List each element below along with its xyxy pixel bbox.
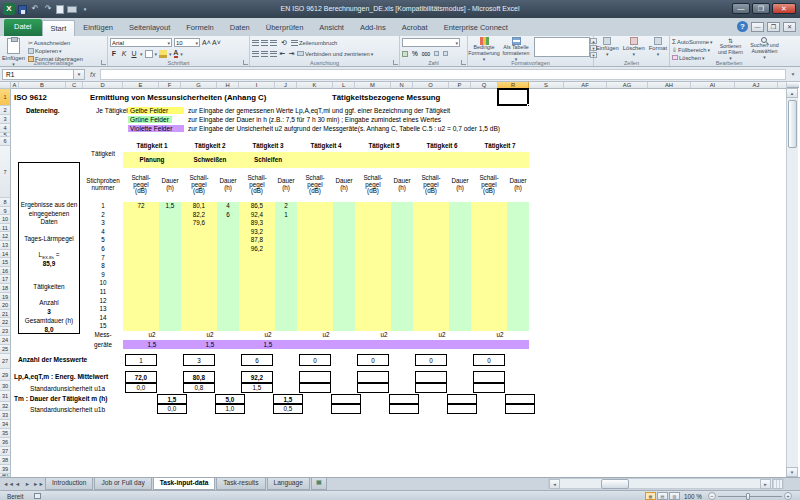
row-header-22[interactable]: 22: [0, 318, 11, 327]
sort-filter-button[interactable]: ⇅ Sortieren und Filtern▾: [715, 37, 745, 61]
level-cell[interactable]: [181, 297, 217, 306]
minimize-button[interactable]: —: [732, 3, 750, 14]
level-cell[interactable]: [123, 236, 159, 245]
column-header-C[interactable]: C: [66, 82, 83, 89]
help-icon[interactable]: ?: [737, 21, 748, 32]
row-header-14[interactable]: 14: [0, 250, 11, 259]
duration-cell[interactable]: [275, 305, 297, 314]
level-cell[interactable]: [355, 228, 391, 237]
u1b-cell-7[interactable]: [505, 404, 535, 414]
restore-button[interactable]: ❐: [752, 3, 770, 14]
duration-cell[interactable]: [391, 211, 413, 220]
duration-cell[interactable]: [159, 297, 181, 306]
level-cell[interactable]: [123, 271, 159, 280]
level-cell[interactable]: 87,8: [239, 236, 275, 245]
level-cell[interactable]: [297, 219, 333, 228]
level-cell[interactable]: [413, 322, 449, 331]
sheet-tab-task-results[interactable]: Task-results: [216, 478, 265, 490]
duration-cell[interactable]: [507, 297, 529, 306]
duration-cell[interactable]: [449, 254, 471, 263]
close-button[interactable]: ✕: [772, 3, 796, 14]
u2-value-1[interactable]: 1,5: [123, 340, 181, 349]
tab-split-handle[interactable]: [772, 479, 783, 489]
duration-cell[interactable]: [333, 297, 355, 306]
page-break-view-icon[interactable]: ▥: [669, 492, 680, 500]
level-cell[interactable]: [297, 202, 333, 211]
format-as-table-button[interactable]: Als Tabelle formatieren▾: [501, 37, 531, 62]
level-cell[interactable]: [471, 236, 507, 245]
level-cell[interactable]: [297, 211, 333, 220]
level-cell[interactable]: [181, 314, 217, 323]
duration-cell[interactable]: 2: [275, 202, 297, 211]
align-center-icon[interactable]: [261, 51, 268, 57]
level-cell[interactable]: [239, 279, 275, 288]
level-cell[interactable]: [297, 322, 333, 331]
ribbon-tab-ansicht[interactable]: Ansicht: [311, 20, 352, 36]
column-header-G[interactable]: G: [181, 82, 217, 89]
row-header-38[interactable]: 38: [0, 456, 11, 465]
level-cell[interactable]: [413, 228, 449, 237]
level-cell[interactable]: [471, 297, 507, 306]
ribbon-tab-formeln[interactable]: Formeln: [178, 20, 222, 36]
column-header-E[interactable]: E: [123, 82, 159, 89]
level-cell[interactable]: [471, 202, 507, 211]
level-cell[interactable]: [413, 219, 449, 228]
active-cell-selection[interactable]: [497, 88, 529, 106]
level-cell[interactable]: [355, 297, 391, 306]
count-cell-4[interactable]: 0: [299, 354, 331, 366]
duration-cell[interactable]: [275, 262, 297, 271]
duration-cell[interactable]: [507, 219, 529, 228]
font-name-combo[interactable]: Arial▾: [110, 38, 172, 47]
duration-cell[interactable]: [391, 288, 413, 297]
u2-value-2[interactable]: 1,5: [181, 340, 239, 349]
underline-button[interactable]: U: [130, 50, 138, 57]
cell-iso-title[interactable]: ISO 9612: [14, 93, 47, 102]
u1a-cell-6[interactable]: [415, 383, 447, 393]
row-header-17[interactable]: 17: [0, 275, 11, 284]
duration-cell[interactable]: [449, 314, 471, 323]
level-cell[interactable]: [471, 305, 507, 314]
level-cell[interactable]: [355, 202, 391, 211]
level-cell[interactable]: 80,1: [181, 202, 217, 211]
level-cell[interactable]: [239, 297, 275, 306]
duration-cell[interactable]: [333, 262, 355, 271]
duration-cell[interactable]: [275, 254, 297, 263]
column-header-J[interactable]: J: [275, 82, 297, 89]
level-cell[interactable]: 96,2: [239, 245, 275, 254]
autosum-button[interactable]: Σ AutoSumme ▾: [672, 38, 712, 45]
row-header-25[interactable]: 25: [0, 345, 11, 354]
font-size-combo[interactable]: 10▾: [174, 38, 200, 47]
level-cell[interactable]: [181, 305, 217, 314]
count-cell-7[interactable]: 0: [473, 354, 505, 366]
task-name-7[interactable]: [471, 152, 529, 168]
u2-value-4[interactable]: [297, 340, 355, 349]
copy-button[interactable]: Kopieren ▾: [28, 47, 83, 54]
level-cell[interactable]: 92,4: [239, 211, 275, 220]
column-header-I[interactable]: I: [239, 82, 275, 89]
cell-styles-gallery[interactable]: ▲ ▼ ▼: [534, 37, 590, 57]
zoom-level[interactable]: 100 %: [684, 493, 702, 500]
duration-cell[interactable]: [507, 322, 529, 331]
level-cell[interactable]: [471, 228, 507, 237]
horizontal-scrollbar[interactable]: ◄ ►: [548, 478, 784, 489]
level-cell[interactable]: [239, 254, 275, 263]
duration-cell[interactable]: [159, 211, 181, 220]
level-cell[interactable]: [239, 271, 275, 280]
duration-cell[interactable]: [333, 236, 355, 245]
fill-handle[interactable]: [527, 104, 530, 107]
row-header-10[interactable]: 10: [0, 215, 11, 224]
ribbon-tab-add-ins[interactable]: Add-Ins: [352, 20, 394, 36]
sheet-tab-introduction[interactable]: Introduction: [45, 478, 93, 490]
duration-cell[interactable]: [449, 288, 471, 297]
column-header-B[interactable]: B: [19, 82, 66, 89]
row-header-19[interactable]: 19: [0, 293, 11, 302]
duration-cell[interactable]: [391, 228, 413, 237]
wrap-text-button[interactable]: Zeilenumbruch: [291, 39, 337, 46]
level-cell[interactable]: [123, 279, 159, 288]
level-cell[interactable]: [355, 288, 391, 297]
level-cell[interactable]: [239, 288, 275, 297]
level-cell[interactable]: [123, 262, 159, 271]
level-cell[interactable]: [297, 254, 333, 263]
conditional-formatting-button[interactable]: Bedingte Formatierung▾: [470, 37, 498, 62]
number-dialog-launcher[interactable]: [461, 60, 466, 65]
